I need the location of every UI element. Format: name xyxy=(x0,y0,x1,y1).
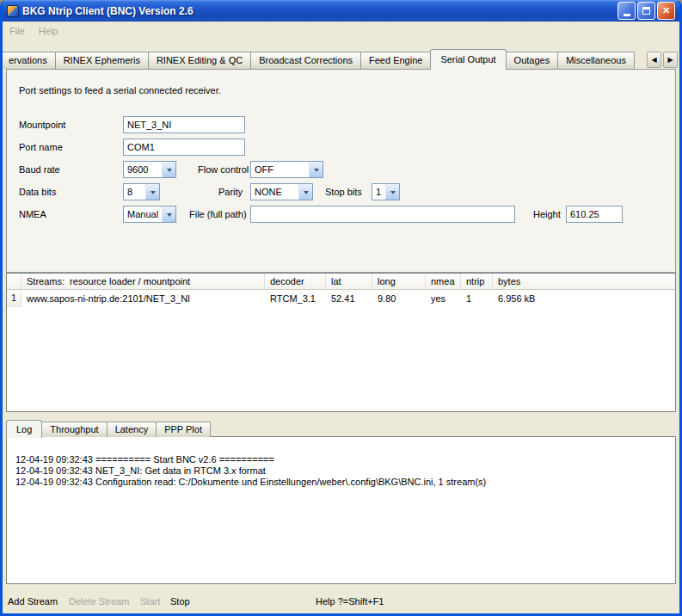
chevron-down-icon xyxy=(314,169,319,175)
port-name-input[interactable] xyxy=(123,139,245,156)
parity-dropdown-button[interactable] xyxy=(298,184,312,200)
delete-stream-button: Delete Stream xyxy=(69,594,129,608)
minimize-button[interactable] xyxy=(617,2,636,20)
window-controls: ✕ xyxy=(617,2,675,20)
streams-table: Streams: resource loader / mountpoint de… xyxy=(6,273,676,412)
height-input[interactable] xyxy=(566,206,623,223)
column-header-mountpoint: Streams: resource loader / mountpoint xyxy=(22,274,265,289)
table-row[interactable]: 1 www.sapos-ni-ntrip.de:2101/NET_3_NI RT… xyxy=(7,290,675,307)
nmea-dropdown-button[interactable] xyxy=(162,206,175,222)
stop-bits-value: 1 xyxy=(372,187,385,197)
data-bits-select[interactable]: 8 xyxy=(123,183,160,200)
baud-rate-label: Baud rate xyxy=(19,161,60,178)
tab-ppp-plot[interactable]: PPP Plot xyxy=(156,422,211,437)
menu-help[interactable]: Help xyxy=(39,26,58,36)
cell-long: 9.80 xyxy=(372,290,426,307)
client-area: File Help ervations RINEX Ephemeris RINE… xyxy=(3,22,679,613)
app-icon xyxy=(7,5,19,17)
tab-serial-output[interactable]: Serial Output xyxy=(430,49,506,70)
mountpoint-label: Mountpoint xyxy=(19,116,65,133)
log-line: 12-04-19 09:32:43 ========== Start BNC v… xyxy=(15,454,667,465)
tab-miscellaneous[interactable]: Miscellaneous xyxy=(557,52,635,69)
column-header-nmea: nmea xyxy=(426,274,461,289)
mountpoint-input[interactable] xyxy=(123,116,245,133)
tab-scroll-right-icon[interactable]: ▶ xyxy=(663,52,678,68)
chevron-down-icon xyxy=(390,191,396,197)
cell-ntrip: 1 xyxy=(461,290,493,307)
row-number: 1 xyxy=(7,290,22,307)
column-header-long: long xyxy=(372,274,426,289)
flow-control-value: OFF xyxy=(251,164,309,175)
height-label: Height xyxy=(533,206,561,223)
nmea-label: NMEA xyxy=(19,206,46,223)
cell-nmea: yes xyxy=(426,290,461,307)
panel-description: Port settings to feed a serial connected… xyxy=(19,85,221,95)
cell-bytes: 6.956 kB xyxy=(493,290,675,307)
column-header-lat: lat xyxy=(326,274,372,289)
column-header-ntrip: ntrip xyxy=(461,274,493,289)
chevron-down-icon xyxy=(151,191,156,197)
header-corner xyxy=(7,274,22,289)
baud-rate-value: 9600 xyxy=(124,164,162,175)
nmea-select[interactable]: Manual xyxy=(123,206,176,223)
tab-scroll-buttons: ◀ ▶ xyxy=(645,52,678,69)
maximize-button[interactable] xyxy=(637,2,655,20)
window-title: BKG Ntrip Client (BNC) Version 2.6 xyxy=(22,5,614,17)
stop-button[interactable]: Stop xyxy=(170,594,190,608)
tab-rinex-editing-qc[interactable]: RINEX Editing & QC xyxy=(148,52,251,69)
log-line: 12-04-19 09:32:43 NET_3_NI: Get data in … xyxy=(15,465,667,477)
stop-bits-select[interactable]: 1 xyxy=(372,183,400,200)
baud-rate-select[interactable]: 9600 xyxy=(123,161,176,178)
baud-rate-dropdown-button[interactable] xyxy=(162,162,175,177)
chevron-down-icon xyxy=(167,169,172,175)
menubar: File Help xyxy=(3,22,679,40)
column-header-bytes: bytes xyxy=(493,274,675,289)
cell-lat: 52.41 xyxy=(326,290,372,307)
stop-bits-dropdown-button[interactable] xyxy=(385,184,399,200)
tab-throughput[interactable]: Throughput xyxy=(41,422,107,437)
parity-label: Parity xyxy=(218,183,243,200)
parity-select[interactable]: NONE xyxy=(250,183,313,200)
data-bits-dropdown-button[interactable] xyxy=(145,184,159,200)
file-path-label: File (full path) xyxy=(189,206,247,223)
flow-control-label: Flow control xyxy=(198,161,249,178)
tab-scroll-left-icon[interactable]: ◀ xyxy=(647,52,661,68)
titlebar[interactable]: BKG Ntrip Client (BNC) Version 2.6 ✕ xyxy=(3,0,679,22)
port-name-label: Port name xyxy=(19,139,63,156)
add-stream-button[interactable]: Add Stream xyxy=(8,594,58,608)
cell-mountpoint: www.sapos-ni-ntrip.de:2101/NET_3_NI xyxy=(22,290,265,307)
file-path-input[interactable] xyxy=(250,206,515,223)
tab-feed-engine[interactable]: Feed Engine xyxy=(360,52,431,69)
tab-log[interactable]: Log xyxy=(6,420,42,438)
start-button: Start xyxy=(140,594,160,608)
close-button[interactable]: ✕ xyxy=(657,2,675,20)
bottom-tab-bar: Log Throughput Latency PPP Plot xyxy=(6,419,676,437)
footer-button-bar: Add Stream Delete Stream Start Stop Help… xyxy=(3,594,679,608)
maximize-icon xyxy=(642,7,650,15)
parity-value: NONE xyxy=(251,187,298,197)
log-output[interactable]: 12-04-19 09:32:43 ========== Start BNC v… xyxy=(6,436,676,584)
nmea-value: Manual xyxy=(124,209,162,219)
stop-bits-label: Stop bits xyxy=(325,183,362,200)
flow-control-dropdown-button[interactable] xyxy=(309,162,323,177)
tab-rinex-ephemeris[interactable]: RINEX Ephemeris xyxy=(55,52,149,69)
app-window: BKG Ntrip Client (BNC) Version 2.6 ✕ Fil… xyxy=(0,0,682,616)
log-line: 12-04-19 09:32:43 Configuration read: C:… xyxy=(15,477,667,488)
tab-observations[interactable]: ervations xyxy=(0,52,56,69)
data-bits-value: 8 xyxy=(124,187,145,197)
column-header-decoder: decoder xyxy=(265,274,326,289)
tab-latency[interactable]: Latency xyxy=(107,422,157,437)
help-hint-label: Help ?=Shift+F1 xyxy=(316,594,384,608)
streams-table-header: Streams: resource loader / mountpoint de… xyxy=(7,274,675,290)
chevron-down-icon xyxy=(167,213,172,219)
minimize-icon xyxy=(624,14,630,16)
menu-file[interactable]: File xyxy=(9,26,25,36)
tab-bar: ervations RINEX Ephemeris RINEX Editing … xyxy=(3,49,678,69)
tab-broadcast-corrections[interactable]: Broadcast Corrections xyxy=(250,52,361,69)
close-icon: ✕ xyxy=(662,5,670,16)
data-bits-label: Data bits xyxy=(19,183,56,200)
flow-control-select[interactable]: OFF xyxy=(250,161,323,178)
chevron-down-icon xyxy=(304,191,309,197)
cell-decoder: RTCM_3.1 xyxy=(265,290,326,307)
tab-outages[interactable]: Outages xyxy=(506,52,559,69)
